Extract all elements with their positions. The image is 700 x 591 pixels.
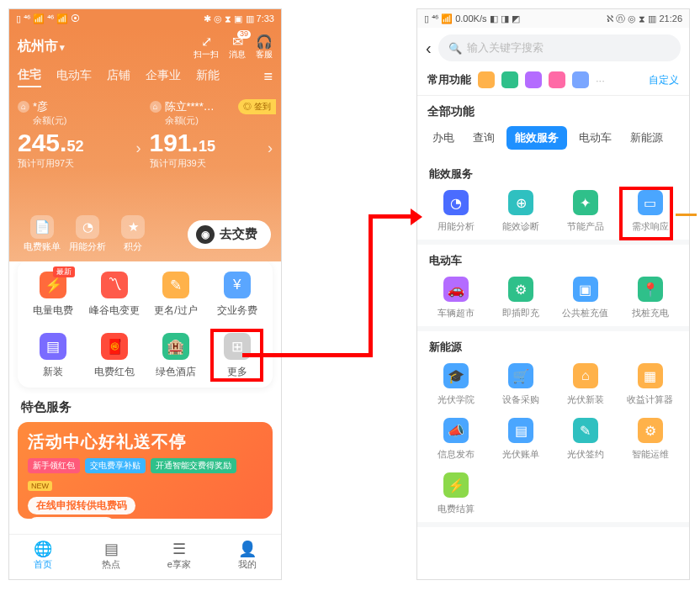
nav-e享家[interactable]: ☰e享家 (146, 535, 214, 579)
fn-设备采购[interactable]: 🛒设备采购 (489, 363, 554, 406)
nav-热点[interactable]: ▤热点 (77, 535, 146, 579)
fn-智能运维[interactable]: ⚙智能运维 (618, 418, 682, 461)
tabs-more-icon[interactable]: ≡ (263, 68, 273, 86)
fn-电费红包[interactable]: 🧧电费红包 (84, 333, 146, 379)
fn-电量电费[interactable]: 最新⚡电量电费 (23, 272, 84, 318)
label: e享家 (167, 559, 191, 569)
label: 首页 (34, 559, 52, 569)
label: 节能产品 (567, 221, 604, 231)
phone-right: ▯ ⁴⁶ 📶 0.00K/s ◧ ◨ ◩ ℵ ⓝ ◎ ⧗ ▥ 21:26 ‹ 🔍… (416, 8, 690, 580)
search-input[interactable]: 🔍 输入关键字搜索 (438, 34, 681, 61)
icon: 🎓 (443, 363, 469, 388)
account-card[interactable]: ◎ 签到⌂陈立****…余额(元)191.15›预计可用39天 (150, 99, 273, 170)
label: 客服 (256, 50, 273, 59)
fn-光伏账单[interactable]: ▤光伏账单 (489, 418, 554, 461)
arrow-segment (242, 353, 369, 357)
frequent-icon[interactable] (525, 71, 542, 88)
location-picker[interactable]: 杭州市▾ (18, 38, 65, 55)
fn-用能分析[interactable]: ◔用能分析 (424, 190, 489, 233)
fn-公共桩充值[interactable]: ▣公共桩充值 (554, 277, 618, 319)
fn-收益计算器[interactable]: ▦收益计算器 (618, 363, 682, 406)
category-tab[interactable]: 住宅 (18, 67, 41, 87)
cat-tab-查询[interactable]: 查询 (466, 127, 501, 149)
quick-积分[interactable]: ★积分 (110, 215, 156, 253)
balance-amount: 245.52 (18, 129, 141, 157)
fn-电费结算[interactable]: ⚡电费结算 (424, 472, 489, 515)
special-services-heading: 特色服务 (9, 388, 281, 422)
frequent-icon[interactable] (549, 71, 565, 88)
frequent-icon[interactable] (501, 71, 518, 88)
pointer-line (676, 214, 697, 216)
tag: 最新 (53, 266, 75, 277)
icon: ★ (121, 215, 145, 239)
label: 峰谷电变更 (89, 304, 140, 316)
checkin-pill[interactable]: ◎ 签到 (238, 99, 276, 114)
divider (417, 522, 689, 527)
icon: ▣ (573, 277, 598, 302)
icon: ◔ (76, 215, 99, 239)
header-area: 杭州市▾ ⤢扫一扫✉消息39🎧客服 住宅电动车店铺企事业新能≡ ⌂*彦余额(元)… (9, 28, 281, 261)
promo-banner[interactable]: 活动中心好礼送不停 新手领红包交电费享补贴开通智能交费得奖励 NEW 在线申报转… (18, 422, 273, 519)
fn-车辆超市[interactable]: 🚗车辆超市 (424, 277, 489, 319)
quick-电费账单[interactable]: 📄电费账单 (19, 215, 65, 253)
label: 设备采购 (502, 394, 539, 404)
fn-找桩充电[interactable]: 📍找桩充电 (618, 277, 682, 319)
icon: ⌂ (573, 363, 598, 388)
icon: ▤ (40, 333, 66, 360)
icon: ✎ (162, 272, 189, 298)
icon: ☰ (146, 540, 214, 558)
fn-更名/过户[interactable]: ✎更名/过户 (146, 272, 207, 318)
category-tab[interactable]: 新能 (196, 68, 220, 87)
fn-光伏签约[interactable]: ✎光伏签约 (554, 418, 618, 461)
cat-tab-新能源[interactable]: 新能源 (623, 127, 670, 149)
icon: 🏨 (162, 333, 189, 360)
quick-用能分析[interactable]: ◔用能分析 (65, 215, 110, 253)
location-text: 杭州市 (18, 39, 58, 53)
fn-即插即充[interactable]: ⚙即插即充 (489, 277, 554, 319)
header-icon-扫一扫[interactable]: ⤢扫一扫 (194, 34, 219, 59)
fn-节能产品[interactable]: ✦节能产品 (554, 190, 618, 233)
label: 即插即充 (502, 308, 539, 318)
label: 消息 (229, 50, 246, 59)
fn-能效诊断[interactable]: ⊕能效诊断 (489, 190, 554, 233)
cat-tab-办电[interactable]: 办电 (426, 127, 461, 149)
fn-信息发布[interactable]: 📣信息发布 (424, 418, 489, 461)
category-tab[interactable]: 店铺 (107, 68, 130, 87)
estimate: 预计可用39天 (150, 157, 273, 170)
cat-tab-能效服务[interactable]: 能效服务 (506, 126, 567, 150)
balance-amount: 191.15 (150, 129, 273, 157)
frequent-icon[interactable] (478, 71, 495, 88)
status-right: ℵ ⓝ ◎ ⧗ ▥ 21:26 (607, 13, 682, 25)
search-icon: 🔍 (448, 42, 462, 55)
header-icon-消息[interactable]: ✉消息39 (229, 34, 246, 59)
fn-交业务费[interactable]: ¥交业务费 (206, 272, 268, 318)
icon: 🛒 (508, 363, 533, 388)
label: 绿色酒店 (156, 366, 196, 377)
pay-button[interactable]: ◉去交费 (188, 220, 271, 249)
label: 去交费 (220, 226, 257, 242)
back-button[interactable]: ‹ (426, 39, 432, 58)
fn-光伏新装[interactable]: ⌂光伏新装 (554, 363, 618, 406)
header-icon-客服[interactable]: 🎧客服 (256, 34, 273, 59)
nav-我的[interactable]: 👤我的 (213, 535, 281, 579)
nav-首页[interactable]: 🌐首页 (9, 535, 77, 579)
account-card[interactable]: ⌂*彦余额(元)245.52›预计可用97天 (18, 99, 141, 170)
label: 光伏签约 (567, 449, 604, 459)
fn-绿色酒店[interactable]: 🏨绿色酒店 (146, 333, 207, 379)
fn-光伏学院[interactable]: 🎓光伏学院 (424, 363, 489, 406)
category-tab[interactable]: 电动车 (56, 68, 92, 87)
fn-新装[interactable]: ▤新装 (23, 333, 84, 379)
promo-chip: 新手领红包 (28, 458, 80, 473)
icon: 📍 (638, 277, 663, 302)
category-tab[interactable]: 企事业 (146, 68, 181, 87)
label: 新装 (43, 366, 63, 377)
section-heading: 能效服务 (417, 158, 689, 187)
all-functions-heading: 全部功能 (417, 96, 689, 123)
icon: 🧧 (101, 333, 128, 360)
fn-峰谷电变更[interactable]: 〽峰谷电变更 (84, 272, 146, 318)
section-heading: 新能源 (417, 331, 689, 360)
frequent-label: 常用功能 (427, 72, 471, 87)
customize-link[interactable]: 自定义 (649, 73, 679, 87)
frequent-icon[interactable] (572, 71, 589, 88)
cat-tab-电动车[interactable]: 电动车 (572, 127, 618, 149)
